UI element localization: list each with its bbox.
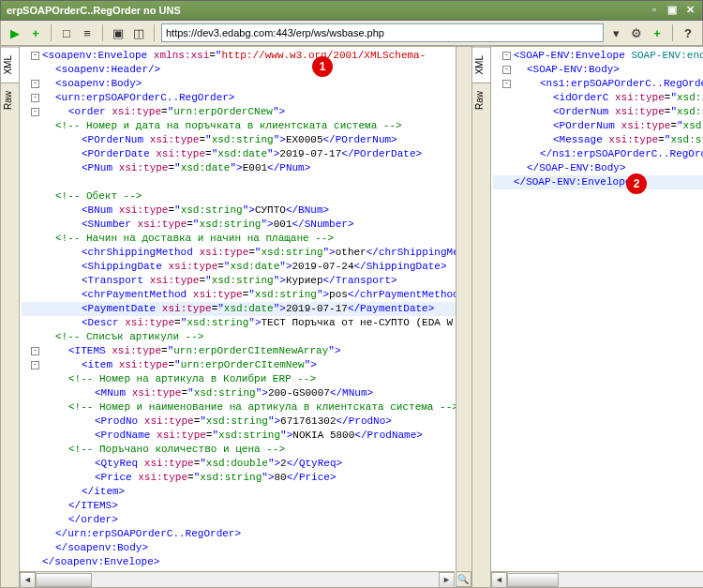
xml-line[interactable]: -<ns1:erpSOAPOrderC..RegOrderResponse xm… bbox=[493, 77, 703, 91]
scroll-right-icon[interactable]: ► bbox=[439, 572, 455, 588]
separator bbox=[672, 24, 673, 41]
xml-line[interactable]: <POrderDate xsi:type="xsd:date">2019-07-… bbox=[22, 147, 471, 161]
xml-line[interactable]: -<item xsi:type="urn:erpOrderCItemNew"> bbox=[22, 358, 471, 372]
xml-line[interactable]: <BNum xsi:type="xsd:string">СУПТО</BNum> bbox=[22, 204, 471, 218]
xml-line[interactable]: <Transport xsi:type="xsd:string">Куриер<… bbox=[22, 274, 471, 288]
xml-line[interactable]: <QtyReq xsi:type="xsd:double">2</QtyReq> bbox=[22, 457, 471, 471]
window-title: erpSOAPOrderC..RegOrder no UNS bbox=[7, 5, 181, 16]
minimize-icon[interactable]: ▫ bbox=[648, 4, 661, 17]
xml-line[interactable]: <!-- Обект --> bbox=[22, 189, 471, 204]
separator bbox=[102, 24, 103, 41]
xml-line[interactable]: </SOAP-ENV:Envelope> bbox=[493, 175, 703, 189]
badge-1: 1 bbox=[312, 56, 333, 77]
tab-raw[interactable]: Raw bbox=[1, 83, 19, 117]
scroll-left-icon[interactable]: ◄ bbox=[491, 572, 507, 588]
tab-raw[interactable]: Raw bbox=[472, 83, 490, 117]
xml-line[interactable]: <MNum xsi:type="xsd:string">200-GS0007</… bbox=[22, 386, 471, 400]
xml-line[interactable]: -<order xsi:type="urn:erpOrderCNew"> bbox=[22, 105, 471, 119]
help-icon[interactable]: ? bbox=[680, 24, 696, 41]
xml-line[interactable]: <Descr xsi:type="xsd:string">ТЕСТ Поръчк… bbox=[22, 316, 471, 330]
endpoint-dropdown-icon[interactable]: ▾ bbox=[607, 24, 624, 41]
xml-line[interactable]: </order> bbox=[22, 513, 471, 527]
xml-line[interactable]: <POrderNum xsi:type="xsd:string">EX0005<… bbox=[22, 133, 471, 147]
xml-line[interactable]: <!-- Номер и дата на поръчката в клиентс… bbox=[22, 119, 471, 133]
xml-line[interactable]: -<soapenv:Envelope xmlns:xsi="http://www… bbox=[22, 49, 471, 63]
xml-line[interactable]: <soapenv:Header/> bbox=[22, 63, 471, 77]
xml-line[interactable]: <Message xsi:type="xsd:string">Новата по… bbox=[493, 133, 703, 147]
fold-toggle[interactable]: - bbox=[31, 347, 39, 355]
scrollbar-vertical[interactable] bbox=[456, 47, 471, 571]
xml-line[interactable]: <!-- Номер на артикула в Колибри ERP --> bbox=[22, 372, 471, 386]
xml-line[interactable]: -<SOAP-ENV:Envelope SOAP-ENV:encodingSty… bbox=[493, 49, 703, 63]
xml-line[interactable]: -<ITEMS xsi:type="urn:erpOrderCItemNewAr… bbox=[22, 344, 471, 358]
xml-line[interactable]: </item> bbox=[22, 485, 471, 499]
scroll-thumb[interactable] bbox=[36, 573, 92, 587]
response-xml-view[interactable]: -<SOAP-ENV:Envelope SOAP-ENV:encodingSty… bbox=[491, 47, 703, 587]
auth-icon[interactable]: ▣ bbox=[110, 24, 127, 41]
xml-line[interactable]: <!-- Начин на доставка и начин на плащан… bbox=[22, 232, 471, 246]
xml-line[interactable]: </ITEMS> bbox=[22, 499, 471, 513]
close-icon[interactable]: ✕ bbox=[683, 4, 696, 17]
xml-line[interactable]: </soapenv:Envelope> bbox=[22, 555, 471, 569]
endpoint-url-input[interactable] bbox=[161, 23, 604, 42]
fold-toggle[interactable]: - bbox=[31, 108, 39, 116]
scroll-left-icon[interactable]: ◄ bbox=[20, 572, 36, 588]
add-button[interactable]: + bbox=[27, 24, 44, 41]
list-icon[interactable]: ≡ bbox=[79, 24, 96, 41]
xml-line[interactable]: </SOAP-ENV:Body> bbox=[493, 161, 703, 175]
xml-line[interactable] bbox=[22, 175, 471, 189]
fold-toggle[interactable]: - bbox=[502, 80, 511, 88]
fold-toggle[interactable]: - bbox=[502, 66, 511, 74]
maximize-icon[interactable]: ▣ bbox=[666, 4, 679, 17]
xml-line[interactable]: <ProdName xsi:type="xsd:string">NOKIA 58… bbox=[22, 429, 471, 443]
mem-icon[interactable]: ◫ bbox=[130, 24, 147, 41]
xml-line[interactable]: <PaymentDate xsi:type="xsd:date">2019-07… bbox=[22, 302, 471, 316]
xml-line[interactable]: <!-- Поръчано количество и цена --> bbox=[22, 443, 471, 457]
search-icon[interactable]: 🔍 bbox=[456, 571, 471, 587]
window-titlebar: erpSOAPOrderC..RegOrder no UNS ▫ ▣ ✕ bbox=[0, 0, 703, 21]
request-xml-view[interactable]: -<soapenv:Envelope xmlns:xsi="http://www… bbox=[20, 47, 471, 587]
xml-line[interactable]: <ShippingDate xsi:type="xsd:date">2019-0… bbox=[22, 260, 471, 274]
fold-toggle[interactable]: - bbox=[31, 94, 39, 102]
scrollbar-horizontal[interactable]: ◄ ► bbox=[20, 571, 455, 587]
xml-line[interactable]: </ns1:erpSOAPOrderC..RegOrderResponse> bbox=[493, 147, 703, 161]
ws-settings-icon[interactable]: ⚙ bbox=[628, 24, 645, 41]
xml-line[interactable]: <SNumber xsi:type="xsd:string">001</SNum… bbox=[22, 218, 471, 232]
xml-line[interactable]: <PNum xsi:type="xsd:date">E001</PNum> bbox=[22, 161, 471, 175]
xml-line[interactable]: </soapenv:Body> bbox=[22, 541, 471, 555]
xml-line[interactable]: <chrShippingMethod xsi:type="xsd:string"… bbox=[22, 246, 471, 260]
xml-line[interactable]: <ProdNo xsi:type="xsd:string">671761302<… bbox=[22, 415, 471, 429]
xml-line[interactable]: <idOrderC xsi:type="xsd:integer">1490</i… bbox=[493, 91, 703, 105]
tab-xml[interactable]: XML bbox=[1, 47, 19, 83]
xml-line[interactable]: -<urn:erpSOAPOrderC..RegOrder> bbox=[22, 91, 471, 105]
request-pane: XML Raw -<soapenv:Envelope xmlns:xsi="ht… bbox=[0, 46, 471, 588]
run-button[interactable]: ▶ bbox=[7, 24, 23, 41]
xml-line[interactable]: <Price xsi:type="xsd:string">80</Price> bbox=[22, 471, 471, 485]
xml-line[interactable]: <!-- Номер и наименование на артикула в … bbox=[22, 400, 471, 415]
response-pane: XML Raw -<SOAP-ENV:Envelope SOAP-ENV:enc… bbox=[471, 46, 703, 588]
stop-icon[interactable]: □ bbox=[58, 24, 75, 41]
toolbar: ▶ + □ ≡ ▣ ◫ ▾ ⚙ + ? bbox=[0, 21, 703, 46]
scrollbar-horizontal[interactable]: ◄ ► bbox=[491, 571, 703, 587]
xml-line[interactable]: <POrderNum xsi:type="xsd:string">EX0005<… bbox=[493, 119, 703, 133]
fold-toggle[interactable]: - bbox=[31, 80, 39, 88]
separator bbox=[154, 24, 155, 41]
separator bbox=[51, 24, 52, 41]
xml-line[interactable]: <OrderNum xsi:type="xsd:string">0001414<… bbox=[493, 105, 703, 119]
fold-toggle[interactable]: - bbox=[502, 52, 511, 60]
xml-line[interactable]: <chrPaymentMethod xsi:type="xsd:string">… bbox=[22, 288, 471, 302]
scroll-thumb[interactable] bbox=[507, 573, 559, 587]
xml-line[interactable]: -<soapenv:Body> bbox=[22, 77, 471, 91]
fold-toggle[interactable]: - bbox=[31, 361, 39, 369]
tab-xml[interactable]: XML bbox=[472, 47, 490, 83]
xml-line[interactable]: <!-- Списък артикули --> bbox=[22, 330, 471, 344]
fold-toggle[interactable]: - bbox=[31, 52, 39, 60]
badge-2: 2 bbox=[626, 173, 647, 194]
xml-line[interactable]: -<SOAP-ENV:Body> bbox=[493, 63, 703, 77]
add-endpoint-icon[interactable]: + bbox=[649, 24, 666, 41]
xml-line[interactable]: </urn:erpSOAPOrderC..RegOrder> bbox=[22, 527, 471, 541]
